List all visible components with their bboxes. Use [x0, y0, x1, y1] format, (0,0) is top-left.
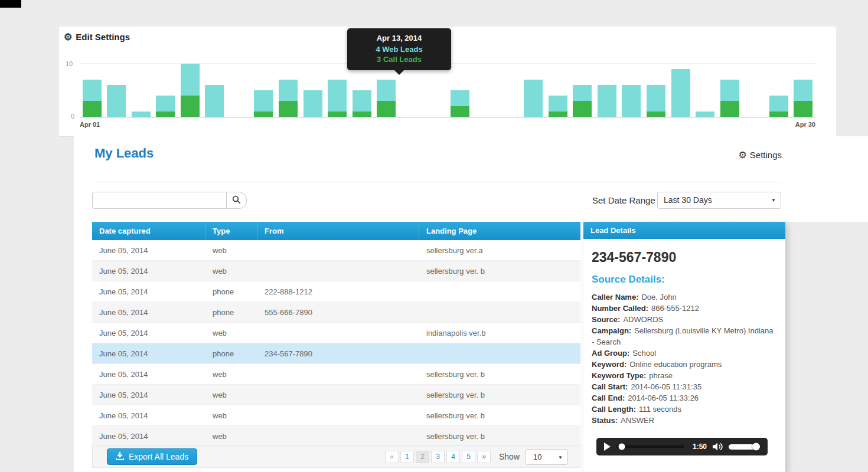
chart-bar[interactable] [742, 64, 766, 117]
chart-bar[interactable] [546, 64, 570, 117]
pagination-item[interactable]: 1 [400, 451, 414, 463]
chart-bar[interactable] [472, 64, 497, 117]
web-leads-segment [671, 69, 690, 117]
chart-bar[interactable] [717, 64, 742, 117]
cell-landing-page [419, 302, 580, 322]
web-leads-segment [696, 112, 714, 117]
table-row[interactable]: June 05, 2014 web sellersburg ver. b [92, 364, 580, 385]
column-header: Type [205, 222, 257, 240]
stacked-bar [794, 80, 812, 117]
chart-bar[interactable] [178, 64, 203, 117]
speaker-icon[interactable] [713, 442, 723, 451]
cell-landing-page: sellersburg ver. b [419, 426, 580, 446]
stacked-bar [328, 80, 347, 117]
call-leads-segment [353, 112, 371, 117]
settings-label: Settings [750, 150, 782, 160]
chart-bar[interactable] [129, 64, 154, 117]
export-all-leads-button[interactable]: Export All Leads [107, 448, 197, 465]
table-row[interactable]: June 05, 2014 web sellersburg ver. b [92, 385, 580, 405]
cell-type: web [205, 261, 257, 281]
pagination-item[interactable]: 3 [431, 451, 445, 463]
chart-bars [80, 64, 815, 117]
seek-slider-knob[interactable] [619, 444, 625, 450]
edit-settings-button[interactable]: ⚙ Edit Settings [64, 32, 130, 42]
chart-bar[interactable] [423, 64, 448, 117]
seek-slider[interactable] [616, 445, 684, 448]
chart-bar[interactable] [570, 64, 595, 117]
cell-from: 234-567-7890 [257, 343, 419, 363]
detail-field: Call Start:2014-06-05 11:31:35 [592, 381, 777, 392]
stacked-bar [549, 96, 567, 117]
cell-landing-page [419, 281, 580, 301]
web-leads-segment [598, 85, 616, 117]
chart-bar[interactable] [644, 64, 668, 117]
table-footer: Export All Leads «12345» Show 10 ▼ [92, 445, 580, 468]
volume-slider[interactable] [729, 444, 759, 450]
tooltip-date: Apr 13, 2014 [350, 34, 449, 42]
pagination-item[interactable]: » [477, 451, 491, 463]
table-row[interactable]: June 05, 2014 phone 555-666-7890 [92, 302, 580, 323]
chart-bar[interactable] [619, 64, 644, 117]
detail-field: Number Called:866-555-1212 [592, 303, 777, 314]
date-range-select[interactable]: Last 30 Days ▼ [657, 192, 781, 209]
table-row[interactable]: June 05, 2014 phone 222-888-1212 [92, 281, 580, 302]
chart-bar[interactable] [325, 64, 350, 117]
table-row[interactable]: June 05, 2014 web sellersburg ver. b [92, 261, 580, 281]
gear-icon: ⚙ [64, 32, 72, 42]
chart-bar[interactable] [448, 64, 472, 117]
stacked-bar [598, 85, 616, 117]
chart-bar[interactable] [154, 64, 178, 117]
chart-bar[interactable] [105, 64, 129, 117]
page-size-select[interactable]: 10 ▼ [526, 449, 568, 465]
search-button[interactable] [227, 192, 247, 209]
detail-field: Keyword Type:phrase [592, 370, 777, 381]
chart-bar[interactable] [276, 64, 301, 117]
detail-field-value: Online education programs [629, 360, 722, 369]
cell-date-captured: June 05, 2014 [92, 261, 205, 281]
table-row[interactable]: June 05, 2014 web indianapolis ver.b [92, 323, 580, 343]
stacked-bar [622, 85, 641, 117]
web-leads-segment [573, 85, 592, 101]
cell-date-captured: June 05, 2014 [92, 385, 205, 405]
main-panel: My Leads ⚙ Settings Set Date Range Last … [74, 136, 868, 472]
chart-bar[interactable] [693, 64, 717, 117]
table-header-row: Date capturedTypeFromLanding Page [92, 222, 580, 240]
call-leads-segment [794, 101, 812, 117]
chart-bar[interactable] [521, 64, 546, 117]
table-row[interactable]: June 05, 2014 web sellersburg ver.a [92, 240, 580, 261]
web-leads-segment [647, 85, 665, 112]
pagination-item[interactable]: 2 [416, 451, 429, 463]
chart-bar[interactable] [766, 64, 791, 117]
table-row[interactable]: June 05, 2014 web sellersburg ver. b [92, 426, 580, 447]
detail-field-label: Call Start: [592, 382, 628, 391]
table-row[interactable]: June 05, 2014 phone 234-567-7890 [92, 343, 580, 364]
chart-bar[interactable] [668, 64, 693, 117]
volume-slider-knob[interactable] [752, 443, 760, 451]
cell-type: web [205, 364, 257, 384]
chart-bar[interactable] [595, 64, 619, 117]
chart-bar[interactable] [350, 64, 374, 117]
play-button[interactable] [604, 442, 611, 451]
settings-button[interactable]: ⚙ Settings [738, 150, 782, 160]
chart-bar[interactable] [203, 64, 227, 117]
chart-bar[interactable] [301, 64, 325, 117]
chart-bar[interactable] [80, 64, 105, 117]
y-axis-tick-0: 0 [71, 113, 74, 120]
call-leads-segment [769, 112, 788, 117]
chart-bar[interactable] [227, 64, 252, 117]
search-input[interactable] [92, 192, 227, 209]
call-leads-segment [279, 101, 298, 117]
call-leads-segment [549, 112, 567, 117]
pagination-item[interactable]: 5 [462, 451, 475, 463]
detail-field: Source:ADWORDS [592, 314, 777, 325]
pagination-item[interactable]: 4 [446, 451, 460, 463]
x-axis-label-end: Apr 30 [795, 121, 815, 128]
detail-field-label: Keyword: [592, 360, 626, 369]
chart-bar[interactable] [791, 64, 815, 117]
chart-bar[interactable] [497, 64, 521, 117]
table-row[interactable]: June 05, 2014 web sellersburg ver. b [92, 405, 580, 426]
cell-type: phone [205, 281, 257, 301]
detail-field-value: phrase [649, 371, 673, 380]
chart-bar[interactable] [252, 64, 276, 117]
pagination-item[interactable]: « [385, 451, 399, 463]
